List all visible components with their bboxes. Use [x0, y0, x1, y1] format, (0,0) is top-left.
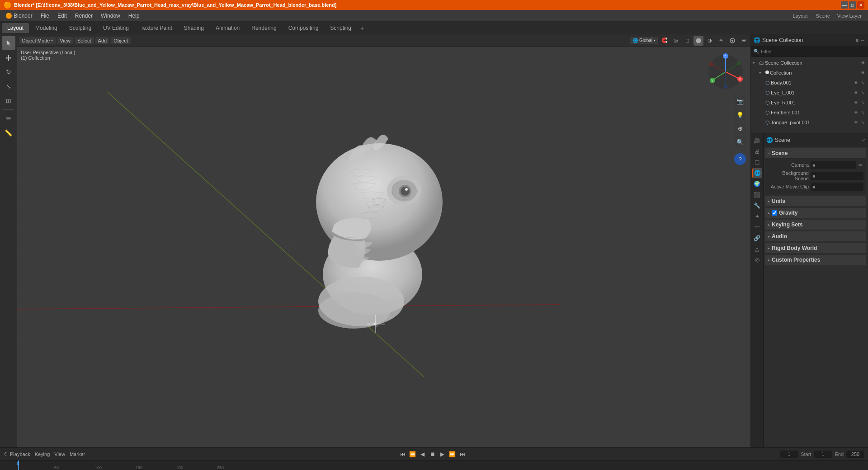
outliner-filter-button[interactable]: ≡: [856, 38, 859, 43]
navigation-gizmo[interactable]: Z X Y: [705, 52, 746, 92]
tool-measure[interactable]: 📏: [2, 126, 15, 140]
units-section-header[interactable]: ▸ Units: [765, 196, 866, 206]
close-button[interactable]: ✕: [857, 1, 864, 9]
viewport-search-button[interactable]: 🔍: [734, 136, 746, 148]
feathers-eye-icon[interactable]: 👁: [853, 109, 859, 116]
viewport-help-button[interactable]: ?: [734, 153, 746, 165]
tab-texture-paint[interactable]: Texture Paint: [135, 23, 178, 33]
menu-help[interactable]: Help: [125, 12, 143, 20]
outliner-search-input[interactable]: [761, 49, 865, 54]
eyeleft-restrict-icon[interactable]: ⤡: [860, 89, 866, 96]
feathers-restrict-icon[interactable]: ⤡: [860, 109, 866, 116]
collection-eye-icon[interactable]: 👁: [860, 70, 866, 76]
viewport-cameras-button[interactable]: 📷: [734, 95, 746, 107]
go-to-start-button[interactable]: ⏮: [399, 450, 407, 458]
bg-scene-value[interactable]: ■: [811, 172, 863, 180]
eye-icon[interactable]: 👁: [860, 60, 866, 66]
viewport-cursor-button[interactable]: ⊕: [734, 122, 746, 134]
title-bar-controls[interactable]: — □ ✕: [841, 1, 864, 9]
prev-keyframe-button[interactable]: ⏪: [409, 450, 417, 458]
timeline-view-menu[interactable]: View: [54, 451, 65, 457]
eyeright-restrict-icon[interactable]: ⤡: [860, 99, 866, 106]
tab-compositing[interactable]: Compositing: [283, 23, 324, 33]
view-menu[interactable]: View: [57, 37, 73, 44]
outliner-sync-button[interactable]: ↔: [860, 38, 865, 43]
global-local-toggle[interactable]: 🌐 Global ▾: [630, 37, 658, 44]
camera-value[interactable]: ■: [811, 161, 856, 169]
object-mode-selector[interactable]: Object Mode ▾: [19, 37, 56, 44]
camera-edit-icon[interactable]: ✏: [858, 162, 863, 168]
material-shading-button[interactable]: ◑: [705, 36, 715, 46]
tool-rotate[interactable]: ↻: [2, 65, 15, 79]
tab-modeling[interactable]: Modeling: [30, 23, 63, 33]
props-material-tab[interactable]: ◎: [752, 255, 762, 265]
outliner-item-tongue001[interactable]: ⬡ Tongue_pivot.001 👁 ⤡: [751, 118, 868, 127]
wireframe-shading-button[interactable]: ◻: [682, 36, 692, 46]
active-clip-value[interactable]: ■: [811, 183, 863, 191]
tongue-restrict-icon[interactable]: ⤡: [860, 119, 866, 126]
tab-sculpting[interactable]: Sculpting: [64, 23, 97, 33]
outliner-item-eyeleft001[interactable]: ⬡ Eye_L.001 👁 ⤡: [751, 88, 868, 98]
body-eye-icon[interactable]: 👁: [853, 80, 859, 86]
minimize-button[interactable]: —: [841, 1, 848, 9]
tool-scale[interactable]: ⤡: [2, 80, 15, 93]
menu-render[interactable]: Render: [71, 12, 96, 20]
outliner-item-scene-collection[interactable]: ▾ 🗂 Scene Collection 👁: [751, 58, 868, 68]
props-modifier-tab[interactable]: 🔧: [752, 201, 762, 211]
show-gizmos-button[interactable]: ⊕: [739, 36, 749, 46]
tool-annotate[interactable]: ✏: [2, 112, 15, 125]
audio-section-header[interactable]: ▸ Audio: [765, 231, 866, 241]
custom-props-header[interactable]: ▸ Custom Properties: [765, 255, 866, 265]
outliner-item-feathers001[interactable]: ⬡ Feathers.001 👁 ⤡: [751, 108, 868, 118]
properties-expand-button[interactable]: ⤢: [862, 137, 865, 142]
snap-toggle[interactable]: 🧲: [660, 36, 670, 46]
menu-window[interactable]: Window: [97, 12, 124, 20]
gravity-checkbox[interactable]: [772, 210, 777, 216]
maximize-button[interactable]: □: [849, 1, 856, 9]
stop-button[interactable]: ⏹: [429, 450, 437, 458]
props-particles-tab[interactable]: ✦: [752, 212, 762, 221]
object-menu[interactable]: Object: [111, 37, 131, 44]
marker-menu[interactable]: Marker: [70, 451, 85, 457]
solid-shading-button[interactable]: ⬤: [693, 36, 703, 46]
tab-rendering[interactable]: Rendering: [246, 23, 282, 33]
add-menu[interactable]: Add: [95, 37, 110, 44]
select-menu[interactable]: Select: [75, 37, 94, 44]
playback-menu[interactable]: Playback: [10, 451, 30, 457]
gravity-section-header[interactable]: ▸ Gravity: [765, 208, 866, 218]
menu-file[interactable]: File: [37, 12, 53, 20]
props-data-tab[interactable]: △: [752, 244, 762, 254]
play-button[interactable]: ▶: [439, 450, 447, 458]
tab-layout[interactable]: Layout: [2, 23, 29, 33]
tongue-eye-icon[interactable]: 👁: [853, 119, 859, 126]
next-keyframe-button[interactable]: ⏩: [448, 450, 457, 458]
outliner-item-collection[interactable]: ▾ Collection 👁: [751, 68, 868, 78]
menu-edit[interactable]: Edit: [54, 12, 71, 20]
viewport[interactable]: Object Mode ▾ View Select Add Object 🌐 G…: [17, 34, 750, 447]
tab-animation[interactable]: Animation: [210, 23, 245, 33]
props-render-tab[interactable]: 🎥: [752, 136, 762, 146]
tab-uv-editing[interactable]: UV Editing: [98, 23, 134, 33]
outliner-item-body001[interactable]: ⬡ Body.001 👁 ⤡: [751, 78, 868, 88]
rendered-shading-button[interactable]: ☀: [716, 36, 726, 46]
end-frame-input[interactable]: 250: [846, 451, 864, 458]
keying-menu[interactable]: Keying: [35, 451, 50, 457]
keying-sets-section-header[interactable]: ▸ Keying Sets: [765, 220, 866, 230]
props-scene-tab[interactable]: 🌐: [752, 168, 762, 178]
props-view-layer-tab[interactable]: ◫: [752, 157, 762, 167]
props-output-tab[interactable]: 🖨: [752, 146, 762, 156]
tool-cursor[interactable]: [2, 36, 15, 50]
eyeleft-eye-icon[interactable]: 👁: [853, 89, 859, 96]
proportional-edit-toggle[interactable]: ◎: [671, 36, 681, 46]
props-object-tab[interactable]: ⬛: [752, 190, 762, 200]
rigid-body-section-header[interactable]: ▸ Rigid Body World: [765, 243, 866, 253]
body-restrict-icon[interactable]: ⤡: [860, 80, 866, 86]
eyeright-eye-icon[interactable]: 👁: [853, 99, 859, 106]
tool-transform[interactable]: ⊞: [2, 94, 15, 108]
go-to-end-button[interactable]: ⏭: [458, 450, 467, 458]
current-frame-display[interactable]: 1: [780, 451, 798, 458]
menu-blender[interactable]: 🟠 Blender: [2, 12, 36, 20]
props-constraints-tab[interactable]: 🔗: [752, 233, 762, 243]
tab-shading[interactable]: Shading: [179, 23, 209, 33]
scene-section-header[interactable]: ▾ Scene: [765, 148, 866, 158]
